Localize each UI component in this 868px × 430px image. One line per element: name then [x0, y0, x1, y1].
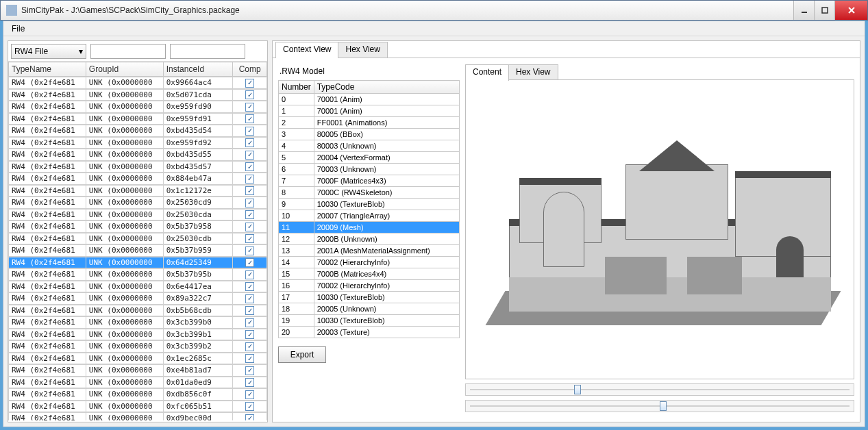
col-comp[interactable]: Comp	[233, 62, 267, 77]
table-row[interactable]: 1910030 (TextureBlob)	[279, 315, 460, 327]
col-groupid[interactable]: GroupId	[86, 62, 163, 77]
table-row[interactable]: RW4 (0x2f4e681UNK (0x00000000x64d25349✓	[8, 257, 267, 269]
checkbox-icon[interactable]: ✓	[245, 223, 254, 231]
checkbox-icon[interactable]: ✓	[245, 270, 254, 279]
checkbox-icon[interactable]: ✓	[245, 390, 254, 399]
table-row[interactable]: 1020007 (TriangleArray)	[279, 210, 460, 222]
table-row[interactable]: RW4 (0x2f4e681UNK (0x00000000x25030cd9✓	[8, 197, 267, 209]
table-row[interactable]: RW4 (0x2f4e681UNK (0x00000000xfc065b51✓	[8, 401, 267, 413]
checkbox-icon[interactable]: ✓	[245, 186, 254, 195]
table-row[interactable]: RW4 (0x2f4e681UNK (0x00000000xe959fd90✓	[8, 101, 267, 113]
table-row[interactable]: RW4 (0x2f4e681UNK (0x00000000xb5b68cdb✓	[8, 305, 267, 317]
table-row[interactable]: 1820005 (Unknown)	[279, 303, 460, 315]
checkbox-icon[interactable]: ✓	[245, 79, 254, 88]
table-row[interactable]: 1670002 (HierarchyInfo)	[279, 280, 460, 292]
table-row[interactable]: RW4 (0x2f4e681UNK (0x00000000x3cb399b1✓	[8, 329, 267, 341]
table-row[interactable]: 670003 (Unknown)	[279, 164, 460, 175]
table-row[interactable]: 87000C (RW4Skeleton)	[279, 187, 460, 199]
checkbox-icon[interactable]: ✓	[245, 175, 254, 184]
maximize-button[interactable]	[814, 1, 834, 20]
checkbox-icon[interactable]: ✓	[245, 127, 254, 136]
model-viewport[interactable]	[465, 79, 854, 379]
checkbox-icon[interactable]: ✓	[245, 306, 254, 315]
filter-input-2[interactable]	[170, 44, 245, 59]
table-row[interactable]: RW4 (0x2f4e681UNK (0x00000000x5d071cda✓	[8, 89, 267, 101]
table-row[interactable]: 520004 (VertexFormat)	[279, 152, 460, 164]
table-row[interactable]: 122000B (Unknown)	[279, 233, 460, 245]
rw4-grid[interactable]: Number TypeCode 070001 (Anim)170001 (Ani…	[278, 80, 460, 338]
table-row[interactable]: 132001A (MeshMaterialAssignment)	[279, 245, 460, 257]
checkbox-icon[interactable]: ✓	[245, 90, 254, 99]
col-instanceid[interactable]: InstanceId	[163, 62, 233, 77]
table-row[interactable]: 910030 (TextureBlob)	[279, 199, 460, 210]
table-row[interactable]: RW4 (0x2f4e681UNK (0x00000000x5b37b95b✓	[8, 268, 267, 281]
slider-2[interactable]	[465, 400, 854, 412]
checkbox-icon[interactable]: ✓	[245, 199, 254, 207]
table-row[interactable]: 480003 (Unknown)	[279, 140, 460, 152]
col-typecode[interactable]: TypeCode	[314, 81, 459, 94]
table-row[interactable]: RW4 (0x2f4e681UNK (0x00000000x89a322c7✓	[8, 292, 267, 305]
minimize-button[interactable]	[793, 1, 814, 20]
col-number[interactable]: Number	[279, 81, 314, 94]
table-row[interactable]: RW4 (0x2f4e681UNK (0x00000000x25030cdb✓	[8, 233, 267, 245]
checkbox-icon[interactable]: ✓	[245, 210, 254, 219]
checkbox-icon[interactable]: ✓	[245, 282, 254, 291]
table-row[interactable]: RW4 (0x2f4e681UNK (0x00000000xd9bec00d✓	[8, 412, 267, 420]
table-row[interactable]: RW4 (0x2f4e681UNK (0x00000000x01da0ed9✓	[8, 377, 267, 389]
slider-1[interactable]	[465, 383, 854, 396]
table-row[interactable]: RW4 (0x2f4e681UNK (0x00000000x3cb399b2✓	[8, 340, 267, 353]
table-row[interactable]: RW4 (0x2f4e681UNK (0x00000000x3cb399b0✓	[8, 316, 267, 329]
table-row[interactable]: 070001 (Anim)	[279, 94, 460, 105]
type-filter-combo[interactable]: RW4 File ▾	[11, 44, 86, 59]
table-row[interactable]: RW4 (0x2f4e681UNK (0x00000000xbd435d55✓	[8, 149, 267, 161]
checkbox-icon[interactable]: ✓	[245, 330, 254, 339]
tab-context-view[interactable]: Context View	[275, 42, 338, 58]
checkbox-icon[interactable]: ✓	[245, 234, 254, 243]
checkbox-icon[interactable]: ✓	[245, 342, 254, 351]
checkbox-icon[interactable]: ✓	[245, 258, 254, 267]
checkbox-icon[interactable]: ✓	[245, 378, 254, 387]
table-row[interactable]: RW4 (0x2f4e681UNK (0x00000000x5b37b958✓	[8, 220, 267, 233]
table-row[interactable]: 2FF0001 (Animations)	[279, 117, 460, 129]
tab-hex-view-viewer[interactable]: Hex View	[508, 64, 558, 81]
tab-content[interactable]: Content	[465, 64, 509, 81]
table-row[interactable]: RW4 (0x2f4e681UNK (0x00000000x25030cda✓	[8, 209, 267, 221]
checkbox-icon[interactable]: ✓	[245, 114, 254, 123]
table-row[interactable]: RW4 (0x2f4e681UNK (0x00000000xe959fd92✓	[8, 137, 267, 149]
table-row[interactable]: 1710030 (TextureBlob)	[279, 292, 460, 303]
checkbox-icon[interactable]: ✓	[245, 402, 254, 411]
package-grid[interactable]: TypeName GroupId InstanceId Comp RW4 (0x…	[8, 62, 267, 422]
table-row[interactable]: RW4 (0x2f4e681UNK (0x00000000xdb856c0f✓	[8, 388, 267, 401]
close-button[interactable]	[834, 1, 867, 20]
menu-file[interactable]: File	[6, 23, 30, 35]
checkbox-icon[interactable]: ✓	[245, 138, 254, 147]
checkbox-icon[interactable]: ✓	[245, 366, 254, 375]
table-row[interactable]: RW4 (0x2f4e681UNK (0x00000000x5b37b959✓	[8, 244, 267, 257]
table-row[interactable]: RW4 (0x2f4e681UNK (0x00000000x6e4417ea✓	[8, 281, 267, 293]
checkbox-icon[interactable]: ✓	[245, 103, 254, 112]
checkbox-icon[interactable]: ✓	[245, 318, 254, 327]
checkbox-icon[interactable]: ✓	[245, 294, 254, 303]
checkbox-icon[interactable]: ✓	[245, 354, 254, 363]
checkbox-icon[interactable]: ✓	[245, 162, 254, 171]
checkbox-icon[interactable]: ✓	[245, 246, 254, 255]
export-button[interactable]: Export	[278, 346, 326, 363]
table-row[interactable]: RW4 (0x2f4e681UNK (0x00000000xe959fd91✓	[8, 113, 267, 125]
table-row[interactable]: RW4 (0x2f4e681UNK (0x00000000xbd435d57✓	[8, 161, 267, 173]
table-row[interactable]: 380005 (BBox)	[279, 129, 460, 140]
table-row[interactable]: RW4 (0x2f4e681UNK (0x00000000xbd435d54✓	[8, 125, 267, 137]
table-row[interactable]: RW4 (0x2f4e681UNK (0x00000000x1c12172e✓	[8, 185, 267, 197]
table-row[interactable]: 1470002 (HierarchyInfo)	[279, 257, 460, 268]
col-typename[interactable]: TypeName	[9, 62, 86, 77]
table-row[interactable]: 2020003 (Texture)	[279, 327, 460, 338]
table-row[interactable]: RW4 (0x2f4e681UNK (0x00000000x1ec2685c✓	[8, 353, 267, 365]
table-row[interactable]: RW4 (0x2f4e681UNK (0x00000000x884eb47a✓	[8, 173, 267, 185]
tab-hex-view[interactable]: Hex View	[338, 42, 387, 58]
table-row[interactable]: 77000F (Matrices4x3)	[279, 175, 460, 187]
table-row[interactable]: 170001 (Anim)	[279, 105, 460, 117]
filter-input-1[interactable]	[90, 44, 166, 59]
table-row[interactable]: 157000B (Matrices4x4)	[279, 268, 460, 280]
table-row[interactable]: RW4 (0x2f4e681UNK (0x00000000xe4b81ad7✓	[8, 364, 267, 377]
checkbox-icon[interactable]: ✓	[245, 151, 254, 160]
checkbox-icon[interactable]: ✓	[245, 414, 254, 421]
